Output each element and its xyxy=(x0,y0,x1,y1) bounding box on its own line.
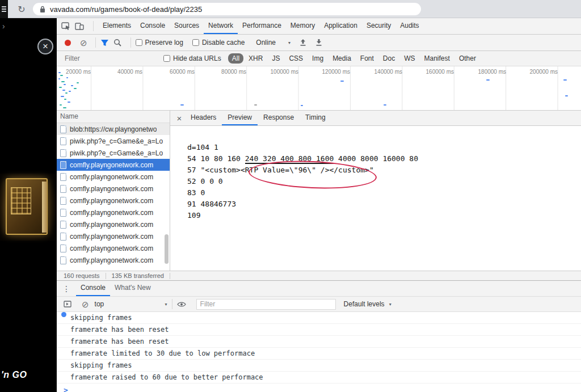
request-row[interactable]: comfly.playngonetwork.com xyxy=(57,242,170,254)
filter-type-img[interactable]: Img xyxy=(308,53,327,64)
hide-data-urls-checkbox[interactable]: Hide data URLs xyxy=(163,54,221,62)
document-icon xyxy=(60,256,66,264)
timeline-label: 80000 ms xyxy=(210,69,246,75)
filter-type-css[interactable]: CSS xyxy=(285,53,307,64)
close-game-button[interactable]: × xyxy=(37,39,53,54)
log-levels-select[interactable]: Default levels ▾ xyxy=(344,300,391,308)
export-har-icon[interactable] xyxy=(315,39,322,47)
scrollbar[interactable] xyxy=(164,123,169,266)
filter-icon[interactable] xyxy=(100,39,109,47)
request-row[interactable]: comfly.playngonetwork.com xyxy=(57,230,170,242)
checkbox[interactable] xyxy=(163,55,170,62)
filter-type-font[interactable]: Font xyxy=(356,53,378,64)
timeline-label: 60000 ms xyxy=(158,69,195,75)
request-row[interactable]: comfly.playngonetwork.com xyxy=(57,218,170,230)
preview-pane[interactable]: d=104 1 54 10 80 160 240 320 400 800 160… xyxy=(170,126,581,271)
request-row[interactable]: comfly.playngonetwork.com xyxy=(57,254,170,266)
divider xyxy=(170,273,170,279)
preview-line: 57 "<custom><RTP Value=\"96\" /></custom… xyxy=(187,165,581,176)
preview-line: 83 0 xyxy=(187,187,581,199)
filter-type-other[interactable]: Other xyxy=(455,53,480,64)
tab-console[interactable]: Console xyxy=(136,18,170,34)
forward-arrow-icon[interactable]: › xyxy=(2,22,5,31)
clear-console-icon[interactable]: ⊘ xyxy=(82,300,89,309)
network-overview-timeline[interactable]: 20000 ms 40000 ms 60000 ms 80000 ms 1000… xyxy=(57,66,581,111)
request-row[interactable]: comfly.playngonetwork.com xyxy=(57,195,170,206)
request-row[interactable]: comfly.playngonetwork.com xyxy=(57,206,170,218)
checkbox[interactable] xyxy=(192,39,199,46)
console-filter-input[interactable] xyxy=(196,299,336,310)
tab-console-drawer[interactable]: Console xyxy=(76,281,110,296)
book-cover-pattern xyxy=(11,187,31,214)
timeline-mark xyxy=(58,78,60,79)
request-row[interactable]: piwik.php?e_c=Game&e_a=Lo xyxy=(57,135,170,147)
screen: ↻ vavada.com/ru/games/book-of-dead/play/… xyxy=(0,0,581,392)
tab-whats-new[interactable]: What's New xyxy=(110,281,155,296)
throttling-value: Online xyxy=(256,39,276,47)
console-sidebar-icon[interactable] xyxy=(64,301,71,307)
timeline-mark xyxy=(66,77,68,78)
filter-type-doc[interactable]: Doc xyxy=(379,53,399,64)
tab-performance[interactable]: Performance xyxy=(238,18,286,34)
tab-security[interactable]: Security xyxy=(362,18,395,34)
throttling-select[interactable]: Online ▾ xyxy=(256,39,290,47)
request-row[interactable]: blob:https://cw.playngonetwo xyxy=(57,123,170,135)
console-drawer: ⋮ Console What's New ⊘ top ▾ xyxy=(57,280,581,392)
refresh-icon[interactable]: ↻ xyxy=(15,2,28,16)
tab-network[interactable]: Network xyxy=(204,18,238,34)
tab-audits[interactable]: Audits xyxy=(395,18,423,34)
console-message: framerate has been reset xyxy=(57,324,581,336)
menu-icon[interactable] xyxy=(2,6,6,12)
request-row[interactable]: comfly.playngonetwork.com xyxy=(57,183,170,195)
network-filter-input[interactable] xyxy=(64,54,151,63)
request-list-header[interactable]: Name xyxy=(57,111,170,123)
divider xyxy=(172,299,172,309)
address-bar[interactable]: vavada.com/ru/games/book-of-dead/play/22… xyxy=(33,3,421,15)
transferred-size: 135 KB transferred xyxy=(112,272,164,279)
search-icon[interactable] xyxy=(113,39,121,47)
close-icon: × xyxy=(43,41,48,51)
filter-type-manifest[interactable]: Manifest xyxy=(420,53,454,64)
timeline-mark xyxy=(74,88,77,89)
context-select[interactable]: top ▾ xyxy=(95,300,167,308)
tab-headers[interactable]: Headers xyxy=(185,111,222,125)
filter-type-all[interactable]: All xyxy=(228,53,243,64)
preserve-log-checkbox[interactable]: Preserve log xyxy=(136,39,183,47)
request-label: comfly.playngonetwork.com xyxy=(70,245,153,252)
tab-preview[interactable]: Preview xyxy=(222,111,258,125)
close-detail-icon[interactable]: × xyxy=(174,113,185,123)
tab-application[interactable]: Application xyxy=(319,18,362,34)
book-of-dead-cover xyxy=(6,178,48,235)
timeline-label: 100000 ms xyxy=(262,69,298,75)
tab-elements[interactable]: Elements xyxy=(98,18,136,34)
request-row[interactable]: comfly.playngonetwork.com xyxy=(57,171,170,183)
filter-type-media[interactable]: Media xyxy=(329,53,355,64)
filter-type-js[interactable]: JS xyxy=(268,53,284,64)
tab-sources[interactable]: Sources xyxy=(170,18,204,34)
hide-data-urls-label: Hide data URLs xyxy=(173,54,221,62)
tab-response[interactable]: Response xyxy=(258,111,300,125)
request-row-selected[interactable]: comfly.playngonetwork.com xyxy=(57,159,170,171)
device-toolbar-icon[interactable] xyxy=(75,22,84,30)
tab-timing[interactable]: Timing xyxy=(300,111,331,125)
preview-line: 109 xyxy=(187,210,581,221)
filter-type-ws[interactable]: WS xyxy=(400,53,419,64)
timeline-label: 180000 ms xyxy=(470,69,506,75)
filter-type-xhr[interactable]: XHR xyxy=(245,53,267,64)
request-row[interactable]: piwik.php?e_c=Game&e_a=Lo xyxy=(57,147,170,159)
request-label: comfly.playngonetwork.com xyxy=(70,233,153,241)
checkbox[interactable] xyxy=(136,39,142,46)
tab-memory[interactable]: Memory xyxy=(286,18,319,34)
inspect-element-icon[interactable] xyxy=(61,22,70,30)
timeline-label: 140000 ms xyxy=(366,69,402,75)
record-button[interactable] xyxy=(65,40,71,46)
import-har-icon[interactable] xyxy=(300,39,306,47)
request-label: comfly.playngonetwork.com xyxy=(70,221,153,229)
menu-dots-icon[interactable]: ⋮ xyxy=(62,284,70,293)
console-prompt[interactable]: > xyxy=(57,383,581,392)
scrollbar-thumb[interactable] xyxy=(165,234,169,264)
disable-cache-checkbox[interactable]: Disable cache xyxy=(192,39,245,47)
chevron-down-icon: ▾ xyxy=(165,302,167,307)
clear-icon[interactable]: ⊘ xyxy=(80,39,87,47)
eye-icon[interactable] xyxy=(177,301,186,307)
